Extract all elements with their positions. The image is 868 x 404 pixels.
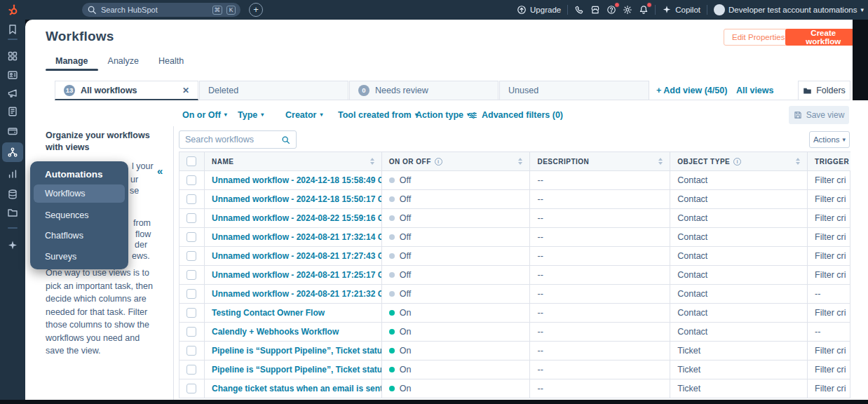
upgrade-button[interactable]: Upgrade bbox=[517, 5, 561, 15]
filter-on-or-off[interactable]: On or Off▾ bbox=[182, 105, 227, 125]
sort-icon[interactable] bbox=[514, 158, 522, 165]
sidebar-item-marketing[interactable] bbox=[7, 88, 18, 99]
column-header-trigger[interactable]: TRIGGER bbox=[808, 152, 850, 170]
search-icon bbox=[281, 135, 290, 144]
row-checkbox[interactable] bbox=[187, 365, 196, 375]
sidebar-item-automations[interactable] bbox=[2, 142, 23, 162]
workflow-name-link[interactable]: Unnamed workflow - 2024-12-18 15:58:49 G… bbox=[212, 175, 382, 185]
new-tab-button[interactable]: + bbox=[249, 3, 263, 17]
tab-analyze[interactable]: Analyze bbox=[98, 53, 149, 70]
sort-icon[interactable] bbox=[654, 158, 663, 165]
view-tab-deleted[interactable]: Deleted bbox=[199, 81, 348, 100]
row-checkbox[interactable] bbox=[187, 175, 196, 185]
info-icon[interactable]: i bbox=[435, 158, 442, 166]
workflow-name-cell: Pipeline is “Support Pipeline”, Ticket s… bbox=[205, 361, 382, 379]
save-view-button[interactable]: Save view bbox=[789, 106, 849, 124]
hubspot-logo-icon[interactable] bbox=[6, 4, 19, 16]
sidebar-item-data[interactable] bbox=[7, 189, 18, 200]
tab-manage[interactable]: Manage bbox=[46, 53, 98, 70]
sidebar-item-crm[interactable] bbox=[7, 69, 18, 81]
workflow-status-cell: On bbox=[382, 361, 531, 379]
workflow-name-link[interactable]: Unnamed workflow - 2024-12-18 15:50:17 G… bbox=[212, 194, 382, 204]
flyout-item-chatflows[interactable]: Chatflows bbox=[34, 227, 125, 245]
sidebar-item-bookmarks[interactable] bbox=[7, 24, 18, 35]
workflow-status-cell: On bbox=[382, 379, 531, 398]
workflow-name-link[interactable]: Testing Contact Owner Flow bbox=[212, 308, 325, 318]
sidebar-item-commerce[interactable] bbox=[7, 126, 18, 137]
workflow-description-cell: -- bbox=[530, 285, 670, 303]
sort-icon[interactable] bbox=[366, 158, 374, 165]
notifications-button[interactable] bbox=[639, 5, 649, 15]
row-checkbox[interactable] bbox=[187, 346, 196, 356]
row-checkbox[interactable] bbox=[187, 327, 196, 337]
help-button[interactable] bbox=[606, 5, 616, 15]
copilot-button[interactable]: Copilot bbox=[662, 5, 700, 15]
workflow-description-cell: -- bbox=[530, 342, 670, 360]
account-menu[interactable]: Developer test account automations ▾ bbox=[714, 4, 864, 15]
filter-tool-created-from[interactable]: Tool created from▾ bbox=[338, 105, 418, 125]
obscured-text-fragment: se bbox=[130, 186, 139, 196]
workflow-name-link[interactable]: Calendly + Webhooks Workflow bbox=[212, 327, 339, 337]
close-view-icon[interactable]: ✕ bbox=[175, 86, 189, 95]
workflow-name-link[interactable]: Pipeline is “Support Pipeline”, Ticket s… bbox=[212, 365, 382, 375]
filter-action-type[interactable]: Action type▾ bbox=[416, 105, 470, 125]
flyout-item-workflows[interactable]: Workflows bbox=[34, 184, 125, 203]
sidebar-item-library[interactable] bbox=[7, 207, 18, 218]
page-background-gap bbox=[853, 20, 868, 100]
all-views-link[interactable]: All views bbox=[736, 81, 774, 100]
calling-button[interactable] bbox=[574, 5, 584, 15]
info-icon[interactable]: i bbox=[733, 158, 741, 166]
view-tab-all-workflows[interactable]: 13 All workflows ✕ bbox=[55, 81, 198, 100]
select-all-checkbox[interactable] bbox=[187, 156, 196, 166]
edit-properties-button[interactable]: Edit Properties bbox=[724, 29, 793, 46]
view-tab-needs-review[interactable]: 0 Needs review bbox=[349, 81, 499, 100]
filter-type[interactable]: Type▾ bbox=[238, 105, 264, 125]
add-view-link[interactable]: + Add view (4/50) bbox=[656, 81, 727, 100]
row-checkbox[interactable] bbox=[187, 308, 196, 318]
workflow-name-link[interactable]: Unnamed workflow - 2024-08-21 17:21:32 G… bbox=[212, 289, 382, 299]
row-checkbox[interactable] bbox=[187, 384, 196, 393]
workflow-name-link[interactable]: Pipeline is “Support Pipeline”, Ticket s… bbox=[212, 346, 382, 356]
workflow-name-link[interactable]: Unnamed workflow - 2024-08-21 17:25:17 G… bbox=[212, 270, 382, 280]
k-key-hint: K bbox=[226, 6, 236, 15]
row-checkbox[interactable] bbox=[187, 194, 196, 204]
row-checkbox[interactable] bbox=[187, 213, 196, 223]
folders-button[interactable]: Folders bbox=[798, 81, 850, 100]
help-panel-paragraph: One way to use views is to pick an impor… bbox=[46, 267, 155, 358]
sidebar-item-copilot[interactable] bbox=[7, 240, 18, 251]
workflow-name-link[interactable]: Change ticket status when an email is se… bbox=[212, 384, 382, 393]
status-dot bbox=[389, 272, 395, 278]
filter-creator[interactable]: Creator▾ bbox=[285, 105, 323, 125]
column-header-name[interactable]: NAME bbox=[205, 152, 382, 170]
flyout-item-sequences[interactable]: Sequences bbox=[34, 206, 125, 224]
marketplace-button[interactable] bbox=[590, 5, 600, 15]
advanced-filters-button[interactable]: Advanced filters (0) bbox=[468, 105, 563, 125]
settings-button[interactable] bbox=[623, 5, 632, 15]
row-checkbox[interactable] bbox=[187, 232, 196, 242]
global-search[interactable]: ⌘ K bbox=[82, 3, 240, 17]
sidebar-item-workspaces[interactable] bbox=[7, 50, 18, 62]
workflow-name-link[interactable]: Unnamed workflow - 2024-08-21 17:27:43 G… bbox=[212, 251, 382, 261]
flyout-item-surveys[interactable]: Surveys bbox=[34, 248, 125, 266]
workflow-name-link[interactable]: Unnamed workflow - 2024-08-22 15:59:16 G… bbox=[212, 213, 382, 223]
collapse-panel-icon[interactable]: « bbox=[157, 166, 163, 176]
sidebar-item-reporting[interactable] bbox=[7, 168, 18, 180]
column-header-on-or-off[interactable]: ON OR OFF i bbox=[382, 152, 531, 170]
workflow-name-link[interactable]: Unnamed workflow - 2024-08-21 17:32:14 G… bbox=[212, 232, 382, 242]
tab-health[interactable]: Health bbox=[149, 53, 194, 70]
row-checkbox[interactable] bbox=[187, 270, 196, 280]
actions-button[interactable]: Actions ▾ bbox=[809, 131, 850, 148]
column-header-description[interactable]: DESCRIPTION bbox=[530, 152, 670, 170]
obscured-text-fragment: der bbox=[135, 240, 147, 250]
sort-icon[interactable] bbox=[792, 158, 800, 165]
status-label: Off bbox=[400, 270, 411, 280]
view-tab-unused[interactable]: Unused bbox=[499, 81, 649, 100]
row-checkbox[interactable] bbox=[187, 251, 196, 261]
sidebar-item-content[interactable] bbox=[7, 106, 18, 117]
row-checkbox[interactable] bbox=[187, 289, 196, 299]
workflow-search-input[interactable] bbox=[185, 135, 277, 144]
divider bbox=[655, 5, 656, 15]
global-search-input[interactable] bbox=[101, 6, 208, 14]
table-row: Testing Contact Owner FlowOn--ContactFil… bbox=[179, 304, 850, 323]
column-header-object-type[interactable]: OBJECT TYPE i bbox=[670, 152, 808, 170]
